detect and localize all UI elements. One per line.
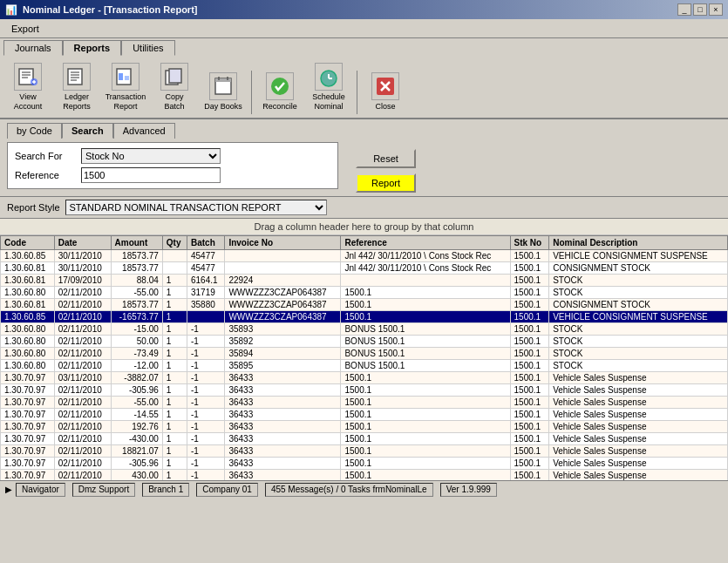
search-for-row: Search For Stock No xyxy=(15,148,330,164)
reconcile-icon xyxy=(266,72,294,100)
version: Ver 1.9.999 xyxy=(440,483,497,497)
title-bar-left: 📊 Nominal Ledger - [Transaction Report] xyxy=(5,4,197,16)
table-row[interactable]: 1.30.70.9702/11/201018821.071-1364331500… xyxy=(1,445,728,458)
tab-search[interactable]: Search xyxy=(62,123,113,139)
menu-export[interactable]: Export xyxy=(3,21,47,37)
col-description[interactable]: Nominal Description xyxy=(549,236,728,250)
svg-rect-7 xyxy=(68,69,82,85)
table-row[interactable]: 1.30.60.8002/11/2010-55.00131719WWWZZZ3C… xyxy=(1,287,728,299)
reference-label: Reference xyxy=(15,170,76,180)
copy-batch-label: Copy Batch xyxy=(154,92,194,112)
table-row[interactable]: 1.30.70.9702/11/2010-14.551-1364331500.1… xyxy=(1,409,728,421)
table-row[interactable]: 1.30.60.8530/11/201018573.7745477Jnl 442… xyxy=(1,250,728,262)
maximize-btn[interactable]: □ xyxy=(693,3,707,16)
view-account-btn[interactable]: View Account xyxy=(5,60,51,114)
view-account-icon xyxy=(14,63,42,91)
report-btn[interactable]: Report xyxy=(356,173,416,193)
view-account-label: View Account xyxy=(8,92,48,112)
table-row[interactable]: 1.30.70.9703/11/2010-3882.071-1364331500… xyxy=(1,372,728,384)
close-toolbar-icon xyxy=(371,72,399,100)
action-buttons: Reset Report xyxy=(356,149,423,193)
table-row[interactable]: 1.30.70.9702/11/2010430.001-1364331500.1… xyxy=(1,470,728,481)
table-row[interactable]: 1.30.60.8102/11/201018573.77135880WWWZZZ… xyxy=(1,299,728,311)
col-code[interactable]: Code xyxy=(1,236,55,250)
col-reference[interactable]: Reference xyxy=(341,236,510,250)
col-batch[interactable]: Batch xyxy=(187,236,224,250)
copy-batch-icon xyxy=(160,63,188,91)
title-bar-title: Nominal Ledger - [Transaction Report] xyxy=(23,4,197,15)
col-qty[interactable]: Qty xyxy=(162,236,187,250)
nav-icon: ▶ xyxy=(5,485,12,494)
svg-rect-16 xyxy=(169,69,181,83)
messages: 455 Message(s) / 0 Tasks frmNominalLe xyxy=(265,483,433,497)
table-row[interactable]: 1.30.70.9702/11/2010-305.961-1364331500.… xyxy=(1,458,728,470)
title-bar: 📊 Nominal Ledger - [Transaction Report] … xyxy=(0,0,728,19)
table-row[interactable]: 1.30.70.9702/11/2010-55.001-1364331500.1… xyxy=(1,397,728,409)
svg-rect-18 xyxy=(215,78,231,82)
day-books-btn[interactable]: Day Books xyxy=(201,70,246,114)
close-btn[interactable]: × xyxy=(709,3,723,16)
search-for-select[interactable]: Stock No xyxy=(81,148,221,164)
table-header-row: Code Date Amount Qty Batch Invoice No Re… xyxy=(1,236,728,250)
reconcile-btn[interactable]: Reconcile xyxy=(257,70,303,114)
toolbar-separator-2 xyxy=(357,71,357,114)
table-row[interactable]: 1.30.60.8502/11/2010-16573.771WWWZZZ3CZA… xyxy=(1,311,728,323)
schedule-nominal-btn[interactable]: Schedule Nominal xyxy=(306,60,351,114)
reference-input[interactable] xyxy=(81,167,221,183)
tab-advanced[interactable]: Advanced xyxy=(113,123,175,139)
title-bar-controls: _ □ × xyxy=(677,3,723,16)
toolbar-tabs: Journals Reports Utilities xyxy=(0,38,728,58)
tab-reports[interactable]: Reports xyxy=(63,40,122,56)
transaction-report-icon xyxy=(112,63,139,91)
report-style-select[interactable]: STANDARD NOMINAL TRANSACTION REPORT xyxy=(65,200,327,215)
ledger-reports-btn[interactable]: Ledger Reports xyxy=(54,60,99,114)
search-tabs: by Code Search Advanced xyxy=(7,123,338,139)
day-books-label: Day Books xyxy=(204,102,242,112)
col-date[interactable]: Date xyxy=(54,236,111,250)
col-stk[interactable]: Stk No xyxy=(510,236,549,250)
transaction-report-btn[interactable]: Transaction Report xyxy=(103,60,148,114)
col-invoice[interactable]: Invoice No xyxy=(225,236,341,250)
close-toolbar-btn[interactable]: Close xyxy=(363,70,408,114)
dmz-support: Dmz Support xyxy=(72,483,135,497)
drag-hint: Drag a column header here to group by th… xyxy=(0,219,728,235)
minimize-btn[interactable]: _ xyxy=(677,3,691,16)
table-container[interactable]: Code Date Amount Qty Batch Invoice No Re… xyxy=(0,235,728,480)
table-row[interactable]: 1.30.70.9702/11/2010-305.961-1364331500.… xyxy=(1,384,728,397)
table-row[interactable]: 1.30.60.8002/11/201050.001-135892BONUS 1… xyxy=(1,336,728,348)
svg-rect-14 xyxy=(125,76,129,80)
reconcile-label: Reconcile xyxy=(262,102,297,112)
svg-rect-13 xyxy=(119,73,123,80)
col-amount[interactable]: Amount xyxy=(111,236,162,250)
data-table: Code Date Amount Qty Batch Invoice No Re… xyxy=(0,235,728,480)
navigator-label: Navigator xyxy=(16,483,65,497)
report-style-bar: Report Style STANDARD NOMINAL TRANSACTIO… xyxy=(0,197,728,219)
ledger-reports-icon xyxy=(63,63,91,91)
table-row[interactable]: 1.30.60.8002/11/2010-15.001-135893BONUS … xyxy=(1,323,728,336)
table-row[interactable]: 1.30.60.8002/11/2010-12.001-135895BONUS … xyxy=(1,360,728,372)
close-toolbar-label: Close xyxy=(375,102,395,112)
main-content: Drag a column header here to group by th… xyxy=(0,219,728,480)
table-row[interactable]: 1.30.70.9702/11/2010-430.001-1364331500.… xyxy=(1,433,728,445)
schedule-nominal-label: Schedule Nominal xyxy=(309,92,349,112)
transaction-report-label: Transaction Report xyxy=(105,92,146,112)
table-row[interactable]: 1.30.60.8130/11/201018573.7745477Jnl 442… xyxy=(1,262,728,275)
search-panel: by Code Search Advanced Search For Stock… xyxy=(0,119,728,197)
status-bar: ▶ Navigator Dmz Support Branch 1 Company… xyxy=(0,480,728,498)
copy-batch-btn[interactable]: Copy Batch xyxy=(152,60,197,114)
search-for-label: Search For xyxy=(15,151,76,161)
reset-btn[interactable]: Reset xyxy=(356,149,416,168)
tab-journals[interactable]: Journals xyxy=(3,40,63,56)
company: Company 01 xyxy=(196,483,258,497)
table-row[interactable]: 1.30.60.8002/11/2010-73.491-135894BONUS … xyxy=(1,348,728,360)
tab-utilities[interactable]: Utilities xyxy=(121,40,174,56)
branch: Branch 1 xyxy=(142,483,189,497)
app-icon: 📊 xyxy=(5,4,17,16)
navigator-area: ▶ Navigator xyxy=(5,483,65,497)
table-row[interactable]: 1.30.70.9702/11/2010192.761-1364331500.1… xyxy=(1,421,728,433)
table-row[interactable]: 1.30.60.8117/09/201088.0416164.122924150… xyxy=(1,275,728,287)
report-style-label: Report Style xyxy=(7,202,60,213)
menu-bar: Export xyxy=(0,19,728,38)
tab-by-code[interactable]: by Code xyxy=(7,123,62,139)
toolbar: View Account Ledger Reports Transaction … xyxy=(0,58,728,119)
